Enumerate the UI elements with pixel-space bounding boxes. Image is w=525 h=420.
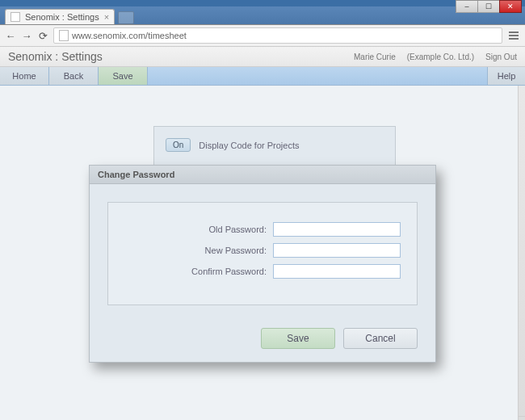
sign-out-link[interactable]: Sign Out bbox=[485, 52, 517, 61]
dialog-save-button[interactable]: Save bbox=[261, 328, 335, 349]
display-code-label: Display Code for Projects bbox=[199, 141, 299, 150]
browser-toolbar: ← → ⟳ www.senomix.com/timesheet bbox=[0, 25, 525, 47]
browser-tab[interactable]: Senomix : Settings × bbox=[5, 9, 115, 24]
dialog-cancel-button[interactable]: Cancel bbox=[343, 328, 418, 349]
page-icon bbox=[59, 30, 69, 41]
nav-forward-icon[interactable]: → bbox=[21, 30, 32, 41]
back-button[interactable]: Back bbox=[49, 67, 99, 85]
window-close-button[interactable]: ✕ bbox=[499, 0, 522, 13]
browser-tab-title: Senomix : Settings bbox=[25, 12, 99, 22]
page-body: On Display Code for Projects MS Excel x … bbox=[0, 86, 525, 420]
new-password-input[interactable] bbox=[273, 243, 401, 258]
browser-tabstrip: Senomix : Settings × bbox=[0, 6, 525, 25]
app-toolbar: Home Back Save Help bbox=[0, 67, 525, 86]
help-button[interactable]: Help bbox=[487, 67, 525, 85]
dialog-title: Change Password bbox=[90, 166, 435, 184]
page-favicon-icon bbox=[10, 12, 20, 22]
url-text: www.senomix.com/timesheet bbox=[72, 31, 187, 40]
new-tab-button[interactable] bbox=[118, 11, 134, 24]
scroll-corner bbox=[518, 416, 525, 420]
old-password-label: Old Password: bbox=[171, 225, 267, 234]
display-code-toggle[interactable]: On bbox=[166, 138, 191, 152]
home-button[interactable]: Home bbox=[0, 67, 49, 85]
old-password-input[interactable] bbox=[273, 222, 401, 237]
company-name: (Example Co. Ltd.) bbox=[407, 52, 474, 61]
confirm-password-label: Confirm Password: bbox=[171, 267, 267, 276]
save-button[interactable]: Save bbox=[99, 67, 148, 85]
window-maximize-button[interactable]: ☐ bbox=[477, 0, 500, 13]
window-titlebar: – ☐ ✕ bbox=[0, 0, 525, 6]
window-minimize-button[interactable]: – bbox=[456, 0, 478, 13]
browser-menu-icon[interactable] bbox=[507, 32, 520, 40]
toolbar-spacer bbox=[148, 67, 487, 85]
user-name: Marie Curie bbox=[354, 52, 396, 61]
change-password-dialog: Change Password Old Password: New Passwo… bbox=[89, 165, 436, 363]
nav-back-icon[interactable]: ← bbox=[5, 30, 16, 41]
password-form: Old Password: New Password: Confirm Pass… bbox=[107, 202, 418, 305]
tab-close-icon[interactable]: × bbox=[104, 12, 109, 22]
app-header: Senomix : Settings Marie Curie (Example … bbox=[0, 47, 525, 67]
confirm-password-input[interactable] bbox=[273, 264, 401, 279]
new-password-label: New Password: bbox=[171, 246, 267, 255]
nav-reload-icon[interactable]: ⟳ bbox=[37, 30, 48, 41]
address-bar[interactable]: www.senomix.com/timesheet bbox=[53, 27, 502, 44]
page-title: Senomix : Settings bbox=[8, 50, 103, 63]
vertical-scrollbar[interactable] bbox=[518, 86, 525, 420]
